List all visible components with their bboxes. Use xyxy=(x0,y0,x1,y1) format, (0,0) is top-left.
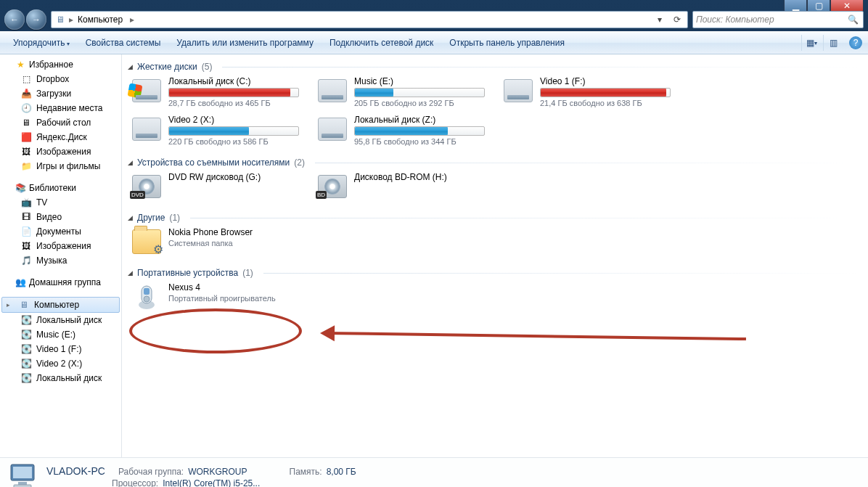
view-options-button[interactable]: ▦ ▾ xyxy=(801,35,822,51)
portable-player-icon xyxy=(136,283,157,311)
computer-drive-item[interactable]: 💽Music (E:) xyxy=(0,327,121,342)
item-icon: 💽 xyxy=(20,358,32,369)
computer-group[interactable]: ▸🖥Компьютер xyxy=(1,297,120,313)
category-other[interactable]: ◢ Другие (1) xyxy=(128,211,859,224)
window-titlebar: ▁ ▢ ✕ xyxy=(0,0,868,7)
chevron-down-icon: ◢ xyxy=(128,63,133,70)
svg-rect-5 xyxy=(13,467,32,478)
favorites-item[interactable]: 📁Игры и фильмы xyxy=(0,159,121,173)
computer-large-icon xyxy=(7,462,38,488)
drive-icon xyxy=(132,79,161,102)
favorites-item[interactable]: 🟥Яндекс.Диск xyxy=(0,130,121,144)
usage-bar xyxy=(168,126,299,136)
item-label: Рабочий стол xyxy=(36,118,91,128)
navigation-sidebar[interactable]: ★Избранное ⬚Dropbox📥Загрузки🕘Недавние ме… xyxy=(0,54,122,457)
favorites-item[interactable]: 🖥Рабочий стол xyxy=(0,115,121,130)
drive-freespace: 205 ГБ свободно из 292 ГБ xyxy=(354,99,494,107)
search-input[interactable]: Поиск: Компьютер 🔍 xyxy=(692,11,864,28)
control-panel-button[interactable]: Открыть панель управления xyxy=(442,35,572,51)
category-portable[interactable]: ◢ Портативные устройства (1) xyxy=(128,266,859,279)
drive-icon xyxy=(318,79,347,102)
drive-tile[interactable]: Локальный диск (Z:)95,8 ГБ свободно из 3… xyxy=(314,112,496,149)
map-network-drive-button[interactable]: Подключить сетевой диск xyxy=(322,35,441,51)
content-pane[interactable]: ◢ Жесткие диски (5) Локальный диск (C:)2… xyxy=(122,54,868,457)
drive-name: Дисковод BD-ROM (H:) xyxy=(354,172,494,182)
breadcrumb-sep[interactable]: ▸ xyxy=(130,15,134,25)
drive-tile[interactable]: Video 2 (X:)220 ГБ свободно из 586 ГБ xyxy=(128,112,311,149)
refresh-button[interactable]: ⟳ xyxy=(670,12,684,27)
item-label: TV xyxy=(36,197,47,208)
usage-bar xyxy=(168,88,299,97)
drive-name: Video 1 (F:) xyxy=(540,76,679,86)
optical-drive-tile[interactable]: DVDDVD RW дисковод (G:) xyxy=(128,169,311,204)
command-bar: Упорядочить Свойства системы Удалить или… xyxy=(0,31,868,54)
libraries-item[interactable]: 📺TV xyxy=(0,195,121,210)
favorites-item[interactable]: 🕘Недавние места xyxy=(0,101,121,115)
portable-device-tile[interactable]: Nexus 4Портативный проигрыватель xyxy=(128,279,311,314)
help-icon: ? xyxy=(853,38,859,48)
item-icon: 🟥 xyxy=(20,131,32,143)
item-icon: 💽 xyxy=(20,372,32,384)
folder-name: Nokia Phone Browser xyxy=(168,227,308,237)
svg-rect-2 xyxy=(144,288,150,295)
nav-forward-button[interactable]: → xyxy=(26,9,46,30)
uninstall-program-button[interactable]: Удалить или изменить программу xyxy=(169,35,321,51)
drive-tile[interactable]: Локальный диск (C:)28,7 ГБ свободно из 4… xyxy=(128,73,311,110)
computer-drive-item[interactable]: 💽Video 1 (F:) xyxy=(0,342,121,356)
optical-drive-tile[interactable]: BDДисковод BD-ROM (H:) xyxy=(314,169,496,204)
computer-drive-item[interactable]: 💽Локальный диск xyxy=(0,313,121,327)
favorites-group[interactable]: ★Избранное xyxy=(0,57,121,72)
drive-icon xyxy=(132,118,161,141)
breadcrumb-sep[interactable]: ▸ xyxy=(69,15,73,25)
item-icon: ⬚ xyxy=(20,73,32,85)
item-label: Video 2 (X:) xyxy=(36,359,82,369)
item-label: Dropbox xyxy=(36,74,69,84)
drive-tile[interactable]: Music (E:)205 ГБ свободно из 292 ГБ xyxy=(314,73,496,110)
drive-name: Video 2 (X:) xyxy=(168,115,308,125)
libraries-item[interactable]: 🎵Музыка xyxy=(0,253,121,268)
nav-back-button[interactable]: ← xyxy=(4,9,25,30)
item-label: Документы xyxy=(36,226,81,237)
organize-menu[interactable]: Упорядочить xyxy=(6,35,77,51)
libraries-group[interactable]: 📚Библиотеки xyxy=(0,181,121,195)
preview-pane-button[interactable]: ▥ xyxy=(823,35,843,51)
item-label: Локальный диск xyxy=(36,373,102,383)
disc-icon: BD xyxy=(318,175,347,198)
folder-type: Системная папка xyxy=(168,239,308,247)
libraries-item[interactable]: 🎞Видео xyxy=(0,210,121,224)
drive-name: DVD RW дисковод (G:) xyxy=(168,172,308,182)
item-label: Локальный диск xyxy=(36,315,102,325)
help-button[interactable]: ? xyxy=(849,36,862,49)
chevron-down-icon: ◢ xyxy=(128,269,133,277)
details-pane: VLADOK-PC Рабочая группа: WORKGROUP Памя… xyxy=(0,457,868,487)
breadcrumb-computer[interactable]: Компьютер xyxy=(76,15,127,25)
favorites-item[interactable]: ⬚Dropbox xyxy=(0,72,121,86)
item-label: Загрузки xyxy=(36,89,71,99)
drive-freespace: 95,8 ГБ свободно из 344 ГБ xyxy=(354,137,494,146)
address-bar[interactable]: 🖥 ▸ Компьютер ▸ ▾ ⟳ xyxy=(51,11,688,28)
libraries-item[interactable]: 📄Документы xyxy=(0,224,121,239)
item-label: Music (E:) xyxy=(36,330,75,340)
search-icon[interactable]: 🔍 xyxy=(848,15,859,25)
address-dropdown[interactable]: ▾ xyxy=(652,12,667,27)
item-icon: 🖼 xyxy=(20,146,32,157)
favorites-item[interactable]: 🖼Изображения xyxy=(0,144,121,159)
system-properties-button[interactable]: Свойства системы xyxy=(78,35,168,51)
drive-icon xyxy=(504,79,533,102)
libraries-icon: 📚 xyxy=(15,182,26,194)
item-icon: 📥 xyxy=(20,88,32,99)
drive-tile[interactable]: Video 1 (F:)21,4 ГБ свободно из 638 ГБ xyxy=(499,73,682,110)
category-removable[interactable]: ◢ Устройства со съемными носителями (2) xyxy=(128,156,859,169)
homegroup-group[interactable]: 👥Домашняя группа xyxy=(0,275,121,290)
computer-drive-item[interactable]: 💽Локальный диск xyxy=(0,371,121,385)
drive-freespace: 21,4 ГБ свободно из 638 ГБ xyxy=(540,99,679,107)
usage-bar xyxy=(354,88,485,97)
item-label: Изображения xyxy=(36,147,91,157)
libraries-item[interactable]: 🖼Изображения xyxy=(0,239,121,253)
computer-icon: 🖥 xyxy=(54,14,66,25)
computer-drive-item[interactable]: 💽Video 2 (X:) xyxy=(0,356,121,371)
system-folder-tile[interactable]: ⚙Nokia Phone BrowserСистемная папка xyxy=(128,224,311,259)
category-harddrives[interactable]: ◢ Жесткие диски (5) xyxy=(128,60,859,73)
favorites-item[interactable]: 📥Загрузки xyxy=(0,86,121,101)
item-label: Игры и фильмы xyxy=(36,161,100,171)
